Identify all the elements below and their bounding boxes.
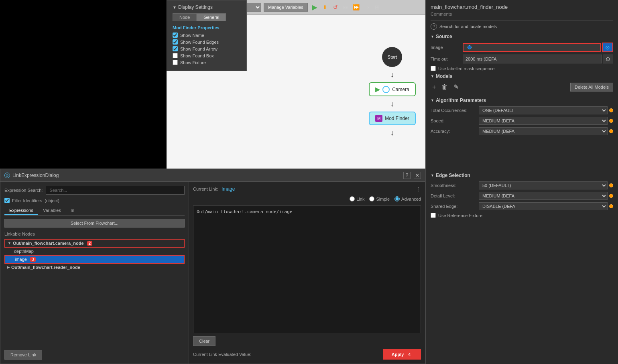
node-label: image — [15, 257, 27, 262]
edge-selection-section-header[interactable]: ▼ Edge Selection — [431, 173, 613, 178]
play-icon[interactable]: ▶ — [310, 3, 319, 12]
dialog-body: Expression Search: Filter Identifiers (o… — [0, 182, 425, 364]
delete-all-models-btn[interactable]: Delete All Models — [570, 83, 613, 92]
total-occurrences-label: Total Occurrences: — [431, 108, 479, 113]
delete-model-btn[interactable]: 🗑 — [440, 83, 449, 92]
accuracy-row: Accuracy: MEDIUM (DEFA — [431, 127, 613, 135]
use-reference-fixture-label: Use Reference Fixture — [438, 213, 482, 218]
search-input[interactable] — [46, 186, 185, 195]
radio-simple[interactable]: Simple — [369, 196, 390, 201]
search-row: Expression Search: — [4, 186, 185, 195]
filter-value: (object) — [45, 198, 59, 203]
detail-level-select[interactable]: MEDIUM (DEFA — [479, 192, 608, 200]
checkbox-show-fixture: Show Fixture — [173, 60, 241, 65]
nodes-list: ▼ Out/main_flowchart.camera_node 2 depth… — [4, 239, 185, 346]
use-labelled-mask-label: Use labelled mask sequence — [438, 66, 495, 71]
show-found-edges-checkbox[interactable] — [173, 39, 178, 45]
timeout-link-btn[interactable]: ⊙ — [603, 55, 613, 63]
image-dot — [468, 45, 472, 49]
camera-node[interactable]: ▶ Camera — [369, 82, 416, 96]
speed-dot — [609, 119, 613, 123]
fast-forward-icon[interactable]: ⏩ — [352, 3, 361, 12]
current-eval-row: Current Link Evaluated Value: Apply 4 — [193, 349, 421, 360]
divider-1 — [431, 20, 613, 21]
pause-icon[interactable]: ⏸ — [321, 3, 329, 12]
tab-in[interactable]: In — [66, 206, 79, 215]
speed-row: Speed: MEDIUM (DEFA — [431, 117, 613, 125]
edge-triangle-icon: ▼ — [431, 173, 434, 177]
tab-general[interactable]: General — [197, 13, 226, 21]
camera-play-icon: ▶ — [375, 85, 380, 93]
list-item[interactable]: ▼ Out/main_flowchart.camera_node 2 — [4, 239, 185, 248]
list-item[interactable]: image 3 — [4, 255, 185, 264]
image-link-btn[interactable]: ⊙ — [602, 43, 613, 52]
grid-icon[interactable]: ⊞ — [373, 3, 382, 12]
shared-edge-label: Shared Edge: — [431, 204, 479, 209]
smoothness-label: Smoothness: — [431, 183, 479, 188]
show-found-edges-label: Show Found Edges — [180, 40, 219, 45]
add-model-btn[interactable]: + — [431, 83, 437, 92]
source-section-header[interactable]: ▼ Source — [431, 34, 613, 39]
speed-select[interactable]: MEDIUM (DEFA — [479, 117, 608, 125]
flow-arrow-1: ↓ — [390, 71, 394, 78]
algorithm-label: Algorithm Parameters — [436, 98, 486, 103]
total-occurrences-dot — [609, 108, 613, 112]
remove-link-area: Remove Link — [4, 346, 185, 360]
image-value — [463, 43, 601, 52]
step-icon[interactable]: ⏭ — [342, 3, 350, 12]
shared-edge-select[interactable]: DISABLE (DEFA — [479, 202, 608, 210]
radio-link[interactable]: Link — [350, 196, 364, 201]
radio-advanced[interactable]: Advanced — [394, 196, 421, 201]
algo-triangle-icon: ▼ — [431, 98, 434, 102]
models-section-header[interactable]: ▼ Models — [431, 73, 613, 79]
show-name-checkbox[interactable] — [173, 33, 178, 38]
accuracy-select[interactable]: MEDIUM (DEFA — [479, 127, 608, 135]
right-panel-bottom: ▼ Edge Selection Smoothness: 50 (DEFAULT… — [425, 169, 618, 364]
start-node[interactable]: Start — [382, 47, 402, 67]
apply-btn[interactable]: Apply 4 — [383, 349, 421, 360]
source-triangle-icon: ▼ — [431, 35, 434, 39]
filter-checkbox[interactable] — [4, 198, 10, 203]
smoothness-select[interactable]: 50 (DEFAULT) — [479, 181, 608, 189]
show-found-box-checkbox[interactable] — [173, 53, 178, 58]
mod-finder-node[interactable]: M Mod Finder — [369, 112, 416, 125]
show-fixture-label: Show Fixture — [180, 60, 206, 65]
select-from-flowchart-btn[interactable]: Select From Flowchart... — [4, 219, 185, 228]
refresh-icon[interactable]: ↺ — [331, 3, 340, 12]
camera-circle-icon — [382, 86, 390, 93]
current-link-header: Current Link: Image ⋮ — [193, 186, 421, 192]
node-label: Out/main_flowchart.camera_node — [13, 241, 84, 246]
flow-arrow-2: ↓ — [390, 100, 394, 108]
link-expression-box: Out/main_flowchart.camera_node/image — [193, 205, 421, 333]
show-fixture-checkbox[interactable] — [173, 60, 178, 65]
arrow-right-icon[interactable]: ⇒ — [362, 3, 371, 12]
list-item[interactable]: ▶ Out/main_flowchart.reader_node — [4, 264, 185, 271]
link-mode-row: Link Simple Advanced — [193, 196, 421, 201]
mod-finder-props-title: Mod Finder Properties — [173, 25, 241, 30]
search-label: Expression Search: — [4, 188, 43, 193]
expression-tabs: Expressions Variables In — [4, 206, 185, 216]
show-found-arrow-checkbox[interactable] — [173, 46, 178, 51]
clear-btn[interactable]: Clear — [193, 336, 215, 346]
use-reference-fixture-checkbox[interactable] — [431, 213, 436, 218]
current-link-value: Image — [222, 186, 235, 192]
filter-label: Filter Identifiers — [12, 198, 42, 203]
checkbox-show-found-edges: Show Found Edges — [173, 39, 241, 45]
help-icon[interactable]: ? — [431, 23, 437, 30]
tab-variables[interactable]: Variables — [38, 206, 66, 215]
tab-node[interactable]: Node — [173, 13, 197, 21]
dialog-help-btn[interactable]: ? — [403, 172, 411, 179]
camera-label: Camera — [392, 87, 409, 92]
remove-link-btn[interactable]: Remove Link — [4, 350, 42, 360]
link-menu-icon[interactable]: ⋮ — [415, 186, 421, 192]
tab-expressions[interactable]: Expressions — [4, 206, 38, 215]
dialog-close-btn[interactable]: ✕ — [414, 172, 421, 179]
node-badge-3: 3 — [30, 257, 36, 262]
algorithm-section-header[interactable]: ▼ Algorithm Parameters — [431, 98, 613, 103]
divider-2 — [431, 95, 613, 95]
list-item[interactable]: depthMap — [4, 248, 185, 255]
edit-model-btn[interactable]: ✎ — [452, 82, 460, 92]
use-labelled-mask-checkbox[interactable] — [431, 66, 436, 71]
total-occurrences-select[interactable]: ONE (DEFAULT — [479, 106, 608, 114]
manage-variables-btn[interactable]: Manage Variables — [264, 3, 308, 12]
